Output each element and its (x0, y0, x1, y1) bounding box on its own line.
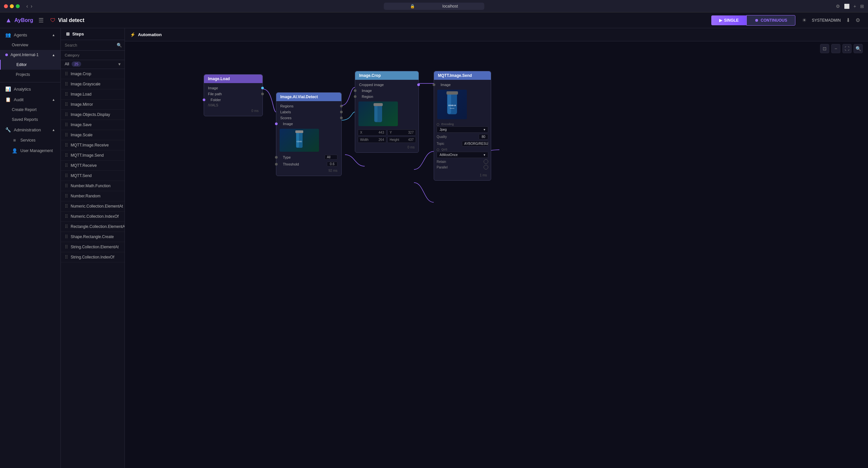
crop-x-value: 443 (378, 131, 384, 134)
node-image-ai[interactable]: Image.AI.Vial.Detect Regions Labels Scor… (276, 92, 342, 176)
agents-label: Agents (14, 32, 27, 37)
url-bar[interactable]: 🔒 localhost (384, 4, 484, 8)
hamburger-button[interactable]: ☰ (38, 17, 44, 24)
agent-name: Vial detect (58, 18, 85, 23)
sidebar-item-user-management[interactable]: 👤 User Management (0, 146, 60, 156)
qos-dropdown-arrow: ▾ (484, 153, 485, 157)
connection-ai-to-crop-region (414, 183, 434, 202)
services-label: Services (20, 138, 35, 143)
settings-icon[interactable]: ⚙ (836, 4, 840, 9)
list-item[interactable]: ⠿ String.Collection.ElementAt (61, 242, 125, 252)
sidebar-item-editor[interactable]: Editor (0, 60, 60, 70)
maximize-button[interactable] (16, 4, 20, 8)
minimize-button[interactable] (10, 4, 14, 8)
crop-width-value: 264 (378, 138, 384, 142)
drag-icon: ⠿ (65, 204, 68, 209)
crop-time-text: 0 ms (407, 146, 414, 149)
download-icon[interactable]: ⬇ (846, 17, 850, 23)
sidebar-item-create-report[interactable]: Create Report (0, 105, 60, 115)
list-item[interactable]: ⠿ MQTT.Image.Receive (61, 140, 125, 150)
steps-search-bar[interactable]: 🔍 (61, 40, 125, 51)
encoding-dot (437, 123, 439, 126)
sidebar-item-administration[interactable]: 🔧 Administration ▲ (0, 124, 60, 135)
labels-dot (340, 111, 343, 113)
fullscreen-button[interactable]: ⛶ (842, 44, 851, 53)
step-name: Image.Crop (71, 71, 91, 76)
drag-icon: ⠿ (65, 112, 68, 117)
continuous-label: CONTINUOUS (761, 18, 787, 23)
sun-icon[interactable]: ☀ (802, 17, 807, 23)
sidebar-item-saved-reports[interactable]: Saved Reports (0, 115, 60, 124)
category-dropdown-icon[interactable]: ▾ (118, 61, 121, 67)
list-item[interactable]: ⠿ Rectangle.Collection.ElementAt (61, 222, 125, 232)
new-tab-icon[interactable]: + (854, 4, 856, 9)
forward-icon[interactable]: › (31, 3, 32, 9)
list-item[interactable]: ⠿ MQTT.Receive (61, 161, 125, 171)
qos-value-row[interactable]: AtMostOnce ▾ (437, 152, 488, 158)
drag-icon: ⠿ (65, 163, 68, 168)
sidebar-item-overview[interactable]: Overview (0, 40, 60, 50)
list-item[interactable]: ⠿ Image.Grayscale (61, 79, 125, 89)
list-item[interactable]: ⠿ Numeric.Collection.ElementAt (61, 201, 125, 212)
list-item[interactable]: ⠿ Shape.Rectangle.Create (61, 232, 125, 242)
scores-label: Scores (280, 116, 291, 120)
list-item[interactable]: ⠿ Image.Save (61, 120, 125, 130)
mqtt-time: 1 ms (434, 172, 491, 178)
threshold-dot (275, 163, 278, 165)
gear-icon[interactable]: ⚙ (856, 17, 860, 23)
agent-internal-header[interactable]: Agent.Internal-1 ▲ (0, 50, 60, 60)
topic-label: Topic (437, 142, 444, 146)
category-count: 25 (72, 61, 81, 67)
list-item[interactable]: ⠿ String.Collection.IndexOf (61, 252, 125, 262)
continuous-run-button[interactable]: ⏺ CONTINUOUS (746, 15, 796, 26)
mqtt-vial-svg: COVID-19 Vaccine (443, 91, 461, 118)
crop-width-label: Width (360, 138, 369, 142)
agent-title: 🛡 Vial detect (50, 18, 85, 23)
appbar-center: 🛡 Vial detect ▶ SINGLE ⏺ CONTINUOUS (44, 15, 802, 26)
fit-view-button[interactable]: ⊡ (820, 44, 829, 53)
image-load-body: Image File path Folder /VIALS 0 ms (204, 83, 262, 116)
list-item[interactable]: ⠿ Image.Mirror (61, 99, 125, 110)
node-image-crop[interactable]: Image.Crop Cropped image Image Region (355, 71, 419, 153)
parallel-row: Parallel (437, 165, 488, 169)
type-dropdown[interactable]: All (324, 155, 337, 160)
list-item[interactable]: ⠿ MQTT.Image.Send (61, 150, 125, 161)
topic-value: AYBORG/RESU... (462, 141, 488, 147)
grid-icon[interactable]: ⊞ (860, 4, 864, 9)
retain-toggle[interactable] (484, 159, 488, 164)
image-load-title: Image.Load (208, 76, 230, 81)
canvas[interactable]: Image.Load Image File path Folder (125, 41, 868, 468)
crop-y-value: 327 (408, 131, 414, 134)
list-item[interactable]: ⠿ Number.Math.Function (61, 181, 125, 191)
mqtt-settings: Encoding Jpeg ▾ Quality 80 Topic AYB (434, 121, 491, 172)
list-item[interactable]: ⠿ MQTT.Send (61, 171, 125, 181)
sidebar-item-agents[interactable]: 👥 Agents ▲ (0, 30, 60, 40)
sidebar-item-projects[interactable]: Projects (0, 70, 60, 80)
sidebar-item-analytics[interactable]: 📊 Analytics (0, 84, 60, 94)
back-icon[interactable]: ‹ (26, 3, 28, 9)
sidebar-item-services[interactable]: ≡ Services (0, 135, 60, 146)
steps-title: Steps (72, 32, 84, 36)
svg-rect-9 (446, 91, 458, 95)
search-input[interactable] (65, 43, 114, 48)
administration-icon: 🔧 (5, 127, 10, 132)
list-item[interactable]: ⠿ Numeric.Collection.IndexOf (61, 212, 125, 222)
canvas-search-button[interactable]: 🔍 (854, 44, 863, 53)
node-image-load[interactable]: Image.Load Image File path Folder (204, 74, 263, 116)
share-icon[interactable]: ⬜ (844, 4, 849, 9)
close-button[interactable] (4, 4, 8, 8)
node-mqtt-send[interactable]: MQTT.Image.Send Image COVID-19 (434, 71, 491, 181)
list-item[interactable]: ⠿ Image.Objects.Display (61, 110, 125, 120)
list-item[interactable]: ⠿ Image.Load (61, 89, 125, 99)
list-item[interactable]: ⠿ Image.Crop (61, 69, 125, 79)
audit-label: Audit (14, 97, 24, 102)
list-item[interactable]: ⠿ Number.Random (61, 191, 125, 201)
parallel-toggle[interactable] (484, 165, 488, 169)
encoding-value-row[interactable]: Jpeg ▾ (437, 126, 488, 133)
sidebar-item-audit[interactable]: 📋 Audit ▲ (0, 94, 60, 105)
single-run-button[interactable]: ▶ SINGLE (711, 15, 747, 25)
mqtt-image-label: Image (438, 83, 451, 87)
list-item[interactable]: ⠿ Image.Scale (61, 130, 125, 140)
zoom-out-button[interactable]: − (831, 44, 840, 53)
folder-port-label: Folder (208, 98, 221, 102)
